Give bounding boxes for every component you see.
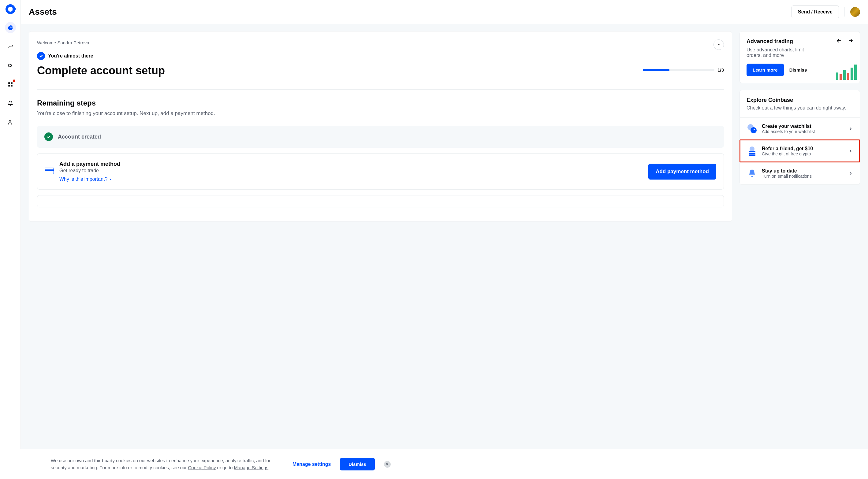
- cookie-policy-link[interactable]: Cookie Policy: [188, 465, 216, 470]
- chevron-right-icon: [848, 171, 853, 176]
- chevron-right-icon: [848, 126, 853, 131]
- svg-rect-1: [8, 82, 10, 84]
- step-sub: Get ready to trade: [59, 168, 643, 173]
- cookie-banner: We use our own and third-party cookies o…: [0, 449, 868, 479]
- explore-sub: Check out a few things you can do right …: [747, 105, 853, 111]
- nav-assets[interactable]: [5, 22, 16, 33]
- coinbase-logo-icon[interactable]: [5, 4, 15, 14]
- welcome-text: Welcome Sandra Petrova: [37, 40, 724, 45]
- divider: [37, 89, 724, 90]
- nav-trade[interactable]: [5, 41, 16, 52]
- arrow-right-icon[interactable]: [847, 38, 854, 44]
- explore-item-sub: Add assets to your watchlist: [762, 129, 844, 134]
- check-icon: [44, 132, 53, 141]
- svg-rect-3: [8, 85, 10, 87]
- remaining-title: Remaining steps: [37, 99, 724, 107]
- candlestick-icon: [836, 65, 857, 80]
- learn-more-button[interactable]: Learn more: [747, 64, 784, 76]
- almost-text: You're almost there: [48, 53, 93, 59]
- close-icon[interactable]: ✕: [384, 461, 391, 468]
- explore-item-refer[interactable]: Refer a friend, get $10 Give the gift of…: [740, 140, 860, 162]
- explore-item-title: Stay up to date: [762, 168, 844, 174]
- divider: [844, 7, 845, 17]
- add-payment-button[interactable]: Add payment method: [648, 164, 716, 180]
- card-icon: [45, 167, 54, 176]
- coins-icon: [8, 63, 13, 68]
- send-receive-button[interactable]: Send / Receive: [792, 5, 839, 18]
- step-payment: Add a payment method Get ready to trade …: [37, 153, 724, 190]
- page-title: Assets: [29, 7, 57, 17]
- bell-icon: [8, 101, 13, 106]
- svg-rect-14: [749, 155, 755, 156]
- svg-point-5: [9, 121, 11, 122]
- progress-text: 1/3: [717, 67, 724, 72]
- cookie-dismiss-button[interactable]: Dismiss: [340, 458, 375, 471]
- step-done: Account created: [37, 126, 724, 148]
- manage-settings-button[interactable]: Manage settings: [292, 461, 331, 467]
- refer-icon: [747, 146, 757, 157]
- promo-dismiss-link[interactable]: Dismiss: [789, 67, 807, 72]
- pie-chart-icon: [8, 25, 13, 30]
- manage-settings-link[interactable]: Manage Settings: [234, 465, 269, 470]
- explore-item-watchlist[interactable]: Create your watchlist Add assets to your…: [740, 118, 860, 140]
- explore-title: Explore Coinbase: [747, 97, 853, 103]
- bell-icon: [747, 168, 757, 179]
- explore-item-title: Refer a friend, get $10: [762, 146, 844, 151]
- arrow-left-icon[interactable]: [836, 38, 842, 44]
- why-important-link[interactable]: Why is this important?: [59, 177, 112, 182]
- collapse-button[interactable]: [713, 39, 724, 50]
- progress-bar: [643, 69, 714, 71]
- explore-item-title: Create your watchlist: [762, 124, 844, 129]
- setup-title: Complete account setup: [37, 64, 724, 77]
- nav-explore[interactable]: [5, 60, 16, 71]
- chevron-right-icon: [848, 149, 853, 154]
- svg-point-0: [8, 64, 11, 67]
- chevron-down-icon: [108, 178, 112, 181]
- explore-item-sub: Turn on email notifications: [762, 174, 844, 179]
- step-title: Add a payment method: [59, 161, 643, 167]
- cookie-text: We use our own and third-party cookies o…: [51, 457, 283, 471]
- explore-item-sub: Give the gift of free crypto: [762, 151, 844, 156]
- nav-notifications[interactable]: [5, 98, 16, 109]
- watchlist-icon: [747, 123, 757, 134]
- svg-point-9: [750, 127, 756, 133]
- grid-icon: [8, 82, 13, 87]
- nav-apps[interactable]: [5, 79, 16, 90]
- promo-card: Advanced trading Use advanced charts, li…: [740, 31, 860, 83]
- avatar[interactable]: [850, 7, 860, 17]
- remaining-sub: You're close to finishing your account s…: [37, 110, 724, 117]
- user-plus-icon: [8, 120, 13, 125]
- svg-rect-12: [749, 151, 755, 152]
- header: Assets Send / Receive: [21, 0, 868, 24]
- nav-invite[interactable]: [5, 117, 16, 128]
- setup-card: Welcome Sandra Petrova You're almost the…: [29, 31, 732, 222]
- step-next: [37, 195, 724, 207]
- notification-dot-icon: [13, 79, 15, 82]
- svg-rect-7: [45, 169, 54, 171]
- step-done-text: Account created: [58, 134, 101, 140]
- chevron-up-icon: [717, 42, 721, 47]
- svg-rect-4: [11, 85, 12, 87]
- trending-icon: [8, 44, 13, 49]
- explore-item-notifications[interactable]: Stay up to date Turn on email notificati…: [740, 162, 860, 185]
- svg-rect-2: [11, 82, 12, 84]
- svg-point-10: [753, 129, 755, 130]
- promo-sub: Use advanced charts, limit orders, and m…: [747, 47, 814, 58]
- svg-point-11: [750, 147, 754, 151]
- check-badge-icon: [37, 52, 45, 60]
- explore-card: Explore Coinbase Check out a few things …: [740, 90, 860, 185]
- svg-rect-13: [749, 153, 755, 154]
- sidebar: [0, 0, 21, 479]
